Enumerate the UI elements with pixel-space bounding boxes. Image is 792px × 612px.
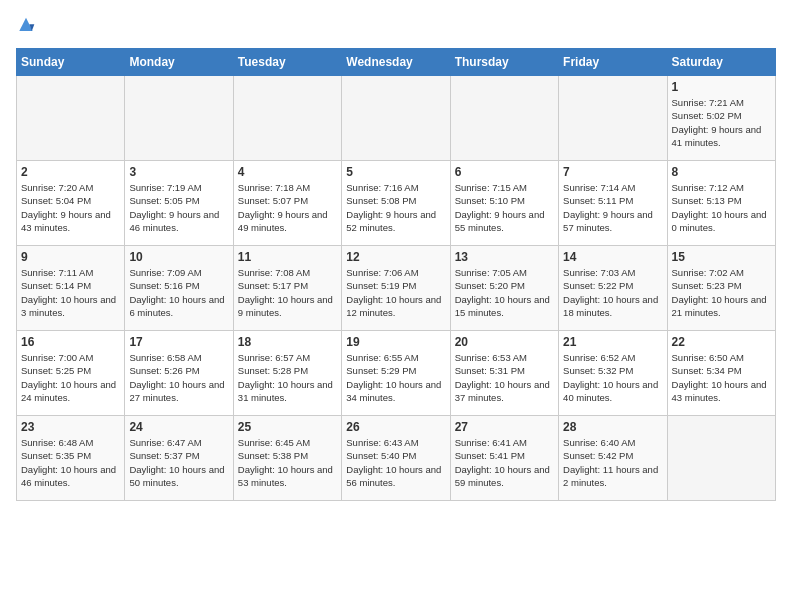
day-info: Sunrise: 7:16 AM Sunset: 5:08 PM Dayligh… <box>346 181 445 234</box>
calendar-cell <box>342 76 450 161</box>
day-number: 17 <box>129 335 228 349</box>
day-number: 8 <box>672 165 771 179</box>
day-info: Sunrise: 7:14 AM Sunset: 5:11 PM Dayligh… <box>563 181 662 234</box>
week-row-3: 9Sunrise: 7:11 AM Sunset: 5:14 PM Daylig… <box>17 246 776 331</box>
day-number: 21 <box>563 335 662 349</box>
calendar-cell <box>233 76 341 161</box>
day-number: 15 <box>672 250 771 264</box>
logo-icon <box>16 16 36 36</box>
weekday-row: SundayMondayTuesdayWednesdayThursdayFrid… <box>17 49 776 76</box>
day-number: 25 <box>238 420 337 434</box>
day-number: 5 <box>346 165 445 179</box>
calendar-cell: 1Sunrise: 7:21 AM Sunset: 5:02 PM Daylig… <box>667 76 775 161</box>
day-number: 11 <box>238 250 337 264</box>
calendar-cell: 5Sunrise: 7:16 AM Sunset: 5:08 PM Daylig… <box>342 161 450 246</box>
day-number: 19 <box>346 335 445 349</box>
calendar-cell: 4Sunrise: 7:18 AM Sunset: 5:07 PM Daylig… <box>233 161 341 246</box>
day-info: Sunrise: 6:57 AM Sunset: 5:28 PM Dayligh… <box>238 351 337 404</box>
calendar-cell: 2Sunrise: 7:20 AM Sunset: 5:04 PM Daylig… <box>17 161 125 246</box>
day-info: Sunrise: 6:45 AM Sunset: 5:38 PM Dayligh… <box>238 436 337 489</box>
day-number: 13 <box>455 250 554 264</box>
day-info: Sunrise: 7:18 AM Sunset: 5:07 PM Dayligh… <box>238 181 337 234</box>
day-info: Sunrise: 6:53 AM Sunset: 5:31 PM Dayligh… <box>455 351 554 404</box>
day-number: 16 <box>21 335 120 349</box>
calendar-cell: 19Sunrise: 6:55 AM Sunset: 5:29 PM Dayli… <box>342 331 450 416</box>
calendar-cell: 24Sunrise: 6:47 AM Sunset: 5:37 PM Dayli… <box>125 416 233 501</box>
calendar-cell <box>450 76 558 161</box>
calendar-cell: 25Sunrise: 6:45 AM Sunset: 5:38 PM Dayli… <box>233 416 341 501</box>
day-number: 20 <box>455 335 554 349</box>
weekday-header-wednesday: Wednesday <box>342 49 450 76</box>
calendar-table: SundayMondayTuesdayWednesdayThursdayFrid… <box>16 48 776 501</box>
calendar-cell: 27Sunrise: 6:41 AM Sunset: 5:41 PM Dayli… <box>450 416 558 501</box>
calendar-cell <box>17 76 125 161</box>
day-info: Sunrise: 6:50 AM Sunset: 5:34 PM Dayligh… <box>672 351 771 404</box>
day-number: 9 <box>21 250 120 264</box>
calendar-cell: 3Sunrise: 7:19 AM Sunset: 5:05 PM Daylig… <box>125 161 233 246</box>
calendar-cell: 11Sunrise: 7:08 AM Sunset: 5:17 PM Dayli… <box>233 246 341 331</box>
calendar-cell: 9Sunrise: 7:11 AM Sunset: 5:14 PM Daylig… <box>17 246 125 331</box>
day-number: 24 <box>129 420 228 434</box>
calendar-cell: 17Sunrise: 6:58 AM Sunset: 5:26 PM Dayli… <box>125 331 233 416</box>
day-info: Sunrise: 7:19 AM Sunset: 5:05 PM Dayligh… <box>129 181 228 234</box>
day-number: 10 <box>129 250 228 264</box>
day-info: Sunrise: 7:12 AM Sunset: 5:13 PM Dayligh… <box>672 181 771 234</box>
weekday-header-tuesday: Tuesday <box>233 49 341 76</box>
calendar-cell: 8Sunrise: 7:12 AM Sunset: 5:13 PM Daylig… <box>667 161 775 246</box>
day-info: Sunrise: 7:11 AM Sunset: 5:14 PM Dayligh… <box>21 266 120 319</box>
calendar-cell: 26Sunrise: 6:43 AM Sunset: 5:40 PM Dayli… <box>342 416 450 501</box>
weekday-header-monday: Monday <box>125 49 233 76</box>
day-number: 27 <box>455 420 554 434</box>
day-info: Sunrise: 6:41 AM Sunset: 5:41 PM Dayligh… <box>455 436 554 489</box>
calendar-cell: 7Sunrise: 7:14 AM Sunset: 5:11 PM Daylig… <box>559 161 667 246</box>
day-number: 26 <box>346 420 445 434</box>
day-number: 3 <box>129 165 228 179</box>
calendar-cell: 6Sunrise: 7:15 AM Sunset: 5:10 PM Daylig… <box>450 161 558 246</box>
day-info: Sunrise: 7:03 AM Sunset: 5:22 PM Dayligh… <box>563 266 662 319</box>
day-info: Sunrise: 7:05 AM Sunset: 5:20 PM Dayligh… <box>455 266 554 319</box>
week-row-4: 16Sunrise: 7:00 AM Sunset: 5:25 PM Dayli… <box>17 331 776 416</box>
day-info: Sunrise: 7:08 AM Sunset: 5:17 PM Dayligh… <box>238 266 337 319</box>
day-number: 4 <box>238 165 337 179</box>
day-info: Sunrise: 6:40 AM Sunset: 5:42 PM Dayligh… <box>563 436 662 489</box>
calendar-cell: 18Sunrise: 6:57 AM Sunset: 5:28 PM Dayli… <box>233 331 341 416</box>
day-info: Sunrise: 7:06 AM Sunset: 5:19 PM Dayligh… <box>346 266 445 319</box>
calendar-cell <box>667 416 775 501</box>
calendar-cell <box>559 76 667 161</box>
week-row-5: 23Sunrise: 6:48 AM Sunset: 5:35 PM Dayli… <box>17 416 776 501</box>
day-info: Sunrise: 6:47 AM Sunset: 5:37 PM Dayligh… <box>129 436 228 489</box>
day-info: Sunrise: 7:20 AM Sunset: 5:04 PM Dayligh… <box>21 181 120 234</box>
day-info: Sunrise: 7:02 AM Sunset: 5:23 PM Dayligh… <box>672 266 771 319</box>
day-number: 1 <box>672 80 771 94</box>
day-info: Sunrise: 7:21 AM Sunset: 5:02 PM Dayligh… <box>672 96 771 149</box>
day-number: 22 <box>672 335 771 349</box>
day-info: Sunrise: 7:09 AM Sunset: 5:16 PM Dayligh… <box>129 266 228 319</box>
day-number: 14 <box>563 250 662 264</box>
day-info: Sunrise: 7:00 AM Sunset: 5:25 PM Dayligh… <box>21 351 120 404</box>
day-info: Sunrise: 6:43 AM Sunset: 5:40 PM Dayligh… <box>346 436 445 489</box>
day-number: 23 <box>21 420 120 434</box>
weekday-header-saturday: Saturday <box>667 49 775 76</box>
calendar-cell: 10Sunrise: 7:09 AM Sunset: 5:16 PM Dayli… <box>125 246 233 331</box>
svg-marker-0 <box>19 18 32 31</box>
day-info: Sunrise: 6:48 AM Sunset: 5:35 PM Dayligh… <box>21 436 120 489</box>
calendar-header: SundayMondayTuesdayWednesdayThursdayFrid… <box>17 49 776 76</box>
day-info: Sunrise: 7:15 AM Sunset: 5:10 PM Dayligh… <box>455 181 554 234</box>
calendar-cell: 22Sunrise: 6:50 AM Sunset: 5:34 PM Dayli… <box>667 331 775 416</box>
calendar-cell: 13Sunrise: 7:05 AM Sunset: 5:20 PM Dayli… <box>450 246 558 331</box>
weekday-header-friday: Friday <box>559 49 667 76</box>
calendar-cell: 16Sunrise: 7:00 AM Sunset: 5:25 PM Dayli… <box>17 331 125 416</box>
day-number: 6 <box>455 165 554 179</box>
day-number: 18 <box>238 335 337 349</box>
week-row-1: 1Sunrise: 7:21 AM Sunset: 5:02 PM Daylig… <box>17 76 776 161</box>
day-number: 28 <box>563 420 662 434</box>
calendar-cell: 15Sunrise: 7:02 AM Sunset: 5:23 PM Dayli… <box>667 246 775 331</box>
page-header <box>16 16 776 36</box>
calendar-cell: 23Sunrise: 6:48 AM Sunset: 5:35 PM Dayli… <box>17 416 125 501</box>
calendar-cell <box>125 76 233 161</box>
day-number: 2 <box>21 165 120 179</box>
day-number: 12 <box>346 250 445 264</box>
calendar-cell: 28Sunrise: 6:40 AM Sunset: 5:42 PM Dayli… <box>559 416 667 501</box>
calendar-cell: 12Sunrise: 7:06 AM Sunset: 5:19 PM Dayli… <box>342 246 450 331</box>
calendar-cell: 21Sunrise: 6:52 AM Sunset: 5:32 PM Dayli… <box>559 331 667 416</box>
